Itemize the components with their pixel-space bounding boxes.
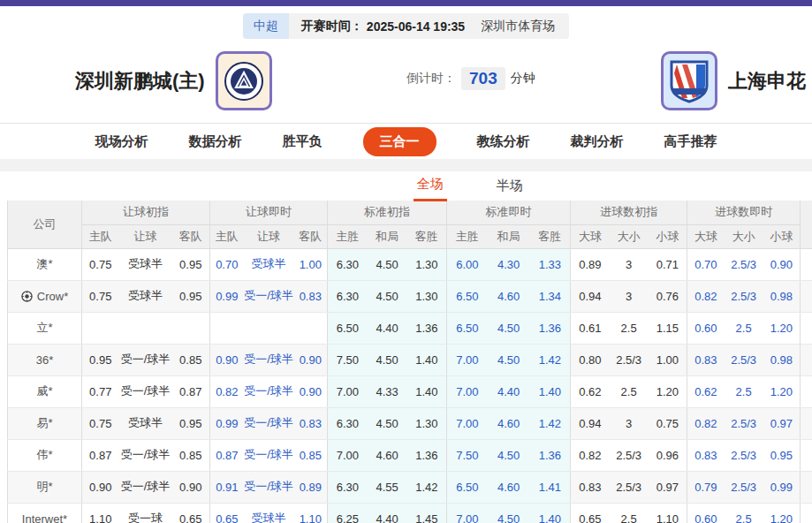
odds-cell[interactable]: 7.50 (328, 344, 368, 375)
odds-cell[interactable]: 0.90 (82, 471, 119, 503)
odds-cell[interactable]: 2.5/3 (725, 344, 763, 375)
nav-tab-2[interactable]: 数据分析 (189, 133, 242, 150)
odds-cell[interactable]: 1.20 (763, 375, 801, 407)
nav-tab-7[interactable]: 高手推荐 (664, 133, 717, 150)
odds-cell[interactable]: 1.30 (407, 280, 447, 312)
odds-cell[interactable]: 1.30 (407, 407, 447, 439)
odds-cell[interactable]: 0.90 (763, 248, 801, 280)
odds-cell[interactable]: 1.45 (407, 503, 447, 523)
odds-cell[interactable]: 受一/球半 (244, 280, 294, 312)
nav-tab-3[interactable]: 胜平负 (283, 133, 323, 150)
odds-cell[interactable]: 0.61 (571, 312, 610, 344)
odds-cell[interactable]: 0.90 (294, 344, 328, 375)
odds-cell[interactable]: 受一/球半 (119, 344, 172, 375)
odds-cell[interactable]: 7.00 (328, 439, 368, 471)
odds-cell[interactable]: 0.89 (294, 471, 328, 503)
odds-cell[interactable]: 0.85 (172, 344, 210, 375)
odds-cell[interactable]: 1.33 (530, 248, 571, 280)
odds-cell[interactable]: 受一/球半 (244, 344, 294, 375)
odds-cell[interactable]: 0.79 (687, 471, 725, 503)
odds-cell[interactable]: 0.91 (210, 471, 244, 503)
odds-cell[interactable]: 6.30 (328, 407, 368, 439)
odds-cell[interactable]: 0.99 (210, 407, 244, 439)
odds-cell[interactable]: 1.42 (530, 344, 571, 375)
odds-cell[interactable]: 4.40 (488, 375, 530, 407)
odds-cell[interactable]: 1.42 (530, 407, 571, 439)
odds-cell[interactable]: 1.34 (530, 280, 571, 312)
odds-cell[interactable]: 0.60 (687, 312, 725, 344)
odds-cell[interactable]: 1.36 (407, 312, 447, 344)
odds-cell[interactable]: 受球半 (119, 407, 172, 439)
odds-cell[interactable]: 0.60 (687, 503, 725, 523)
odds-cell[interactable]: 受一/球半 (119, 439, 172, 471)
home-team-name[interactable]: 深圳新鹏城(主) (75, 68, 205, 95)
odds-cell[interactable]: 0.75 (82, 280, 119, 312)
odds-cell[interactable]: 受一/球半 (244, 471, 294, 503)
odds-cell[interactable]: 0.85 (294, 439, 328, 471)
odds-cell[interactable]: 1.40 (407, 375, 447, 407)
odds-cell[interactable]: 0.97 (649, 471, 687, 503)
odds-cell[interactable]: 0.65 (571, 503, 610, 523)
odds-cell[interactable]: 0.87 (172, 375, 210, 407)
odds-cell[interactable]: 0.83 (294, 407, 328, 439)
odds-cell[interactable]: 0.95 (763, 439, 801, 471)
odds-cell[interactable]: 0.71 (649, 248, 687, 280)
odds-cell[interactable]: 1.36 (530, 439, 571, 471)
odds-cell[interactable]: 0.94 (571, 407, 610, 439)
odds-cell[interactable]: 1.00 (294, 248, 328, 280)
odds-cell[interactable]: 受一/球半 (244, 375, 294, 407)
odds-cell[interactable]: 0.95 (172, 248, 210, 280)
odds-cell[interactable]: 1.36 (407, 439, 447, 471)
odds-cell[interactable]: 受一/球半 (119, 471, 172, 503)
odds-cell[interactable]: 0.75 (82, 407, 119, 439)
odds-cell[interactable]: 2.5/3 (610, 439, 649, 471)
odds-cell[interactable]: 0.77 (82, 375, 119, 407)
odds-cell[interactable]: 7.00 (328, 375, 368, 407)
odds-cell[interactable]: 4.60 (368, 439, 407, 471)
nav-tab-4[interactable]: 三合一 (363, 127, 436, 156)
odds-cell[interactable]: 0.82 (687, 280, 725, 312)
odds-cell[interactable]: 4.60 (488, 407, 530, 439)
league-badge[interactable]: 中超 (243, 13, 289, 39)
odds-cell[interactable]: 0.83 (294, 280, 328, 312)
odds-cell[interactable]: 0.98 (763, 344, 801, 375)
odds-cell[interactable]: 0.75 (82, 248, 119, 280)
odds-cell[interactable]: 2.5/3 (725, 407, 763, 439)
odds-cell[interactable]: 1.20 (763, 503, 801, 523)
odds-cell[interactable]: 0.90 (210, 344, 244, 375)
odds-cell[interactable]: 6.30 (328, 248, 368, 280)
odds-cell[interactable]: 1.10 (294, 503, 328, 523)
odds-cell[interactable]: 0.87 (210, 439, 244, 471)
odds-cell[interactable]: 2.5 (725, 312, 763, 344)
odds-cell[interactable]: 2.5/3 (725, 248, 763, 280)
odds-cell[interactable]: 2.5 (610, 503, 649, 523)
odds-cell[interactable]: 受球半 (244, 248, 294, 280)
odds-cell[interactable]: 0.99 (210, 280, 244, 312)
odds-cell[interactable]: 4.50 (488, 503, 530, 523)
odds-cell[interactable]: 0.95 (172, 280, 210, 312)
odds-cell[interactable]: 4.50 (368, 407, 407, 439)
odds-cell[interactable]: 6.25 (328, 503, 368, 523)
odds-cell[interactable]: 0.75 (649, 407, 687, 439)
odds-cell[interactable]: 2.5/3 (610, 471, 649, 503)
odds-cell[interactable]: 1.40 (407, 344, 447, 375)
odds-cell[interactable]: 2.5 (610, 375, 649, 407)
odds-cell[interactable]: 1.20 (763, 312, 801, 344)
odds-cell[interactable]: 受一/球半 (119, 375, 172, 407)
odds-cell[interactable]: 受一球 (119, 503, 172, 523)
odds-cell[interactable]: 0.82 (210, 375, 244, 407)
odds-cell[interactable]: 0.70 (687, 248, 725, 280)
odds-cell[interactable]: 4.60 (488, 280, 530, 312)
odds-cell[interactable]: 1.41 (530, 471, 571, 503)
odds-cell[interactable]: 0.90 (294, 375, 328, 407)
odds-cell[interactable]: 0.62 (571, 375, 610, 407)
odds-cell[interactable]: 0.70 (210, 248, 244, 280)
odds-cell[interactable]: 7.00 (447, 344, 488, 375)
odds-cell[interactable]: 4.40 (368, 312, 407, 344)
odds-cell[interactable]: 7.00 (447, 503, 488, 523)
odds-cell[interactable]: 4.40 (368, 503, 407, 523)
home-team-crest-icon[interactable] (216, 51, 272, 110)
odds-cell[interactable]: 2.5/3 (610, 344, 649, 375)
odds-cell[interactable]: 7.50 (447, 439, 488, 471)
odds-cell[interactable]: 2.5 (725, 503, 763, 523)
